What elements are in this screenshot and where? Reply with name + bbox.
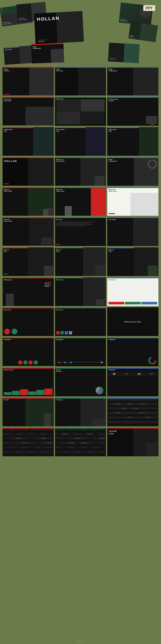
svg-point-3 <box>150 359 154 362</box>
hero-card-4: HollanPortfolio <box>128 22 158 42</box>
ppt-badge: PPT <box>143 5 155 11</box>
thank-you-text: THANKYOU <box>109 430 117 435</box>
slide-row-11: Business result SimplePie chart <box>3 368 158 396</box>
slide-thumb-collab-b: HollanCollaboration <box>107 157 158 186</box>
slide-thumb-service-3: Our service <box>3 307 54 336</box>
hero-area: History ofHollan studio How startHollan … <box>3 3 158 65</box>
slide-thumb-when-b: When startHollan studio <box>107 187 158 216</box>
slide-thumb-team-3: Meet ourteam <box>107 247 158 276</box>
slide-row-5: History ofHollan studio Who startHollan … <box>3 187 158 216</box>
hero-card-hollan: HOLLAN when start Hollan studio <box>34 11 84 44</box>
slide-thumb-service-2: Our service <box>107 277 158 306</box>
slide-row-2: The best artFrom maker Gallery layout De… <box>3 97 158 125</box>
hero-card-6: HollanCollaboration <box>31 43 64 63</box>
slide-thumb-portfolio: HollanPortfolio <box>3 67 54 95</box>
slide-thumb-icons-1 <box>107 398 158 426</box>
slide-thumb-maker: The best artFrom maker <box>3 97 54 125</box>
slide-thumb-how: How startHollan studio <box>3 217 54 246</box>
slide-thumb-desktop: Desktop mediamockup <box>107 97 158 125</box>
slide-thumb-welcome-b: Welcome toHollan Studio <box>55 157 106 186</box>
slide-thumb-icons-2 <box>3 428 54 456</box>
page-wrapper: PPT History ofHollan studio How startHol… <box>0 0 161 460</box>
slide-thumb-collab: HollanCollaboration <box>107 67 158 95</box>
slide-thumb-infographic-2: Infographic <box>55 337 106 366</box>
slide-thumb-founder: Founder <box>3 398 54 426</box>
slide-row-13: THANKYOU <box>3 428 158 456</box>
slide-row-4: HOLLAN Welcome toHollan Studio HollanCol… <box>3 157 158 186</box>
slide-thumb-breakslide: BREAKSLIDE BREAKSLIDE <box>107 307 158 336</box>
slide-thumb-bestworks: HollanBest works <box>55 67 106 95</box>
slide-row-10: Infographic Infographic Infogra <box>3 337 158 366</box>
watermark: gfxc.com <box>77 641 84 643</box>
slide-thumb-laptop: Laptop deviceslide <box>3 127 54 156</box>
hero-card-5: Our mission <box>4 45 33 65</box>
slide-thumb-pie: SimplePie chart <box>55 368 106 396</box>
slide-row-3: Laptop deviceslide Phone deviceslide Tab… <box>3 127 158 156</box>
slide-thumb-team-2: Meet ourteam <box>55 247 106 276</box>
slide-thumb-team-1: Meet ourteam <box>3 247 54 276</box>
slide-thumb-service-1: Our service <box>55 277 106 306</box>
hero-card-7: when startHollan studio <box>108 43 140 63</box>
slide-thumb-tablet: Tablet deviceslide <box>107 127 158 156</box>
slide-row-8: Hollan expert Our service Our service <box>3 277 158 306</box>
slide-thumb-expert: Hollan expert <box>3 277 54 306</box>
slide-thumb-thankyou: THANKYOU <box>107 428 158 456</box>
slide-thumb-infographic-1: Infographic <box>3 337 54 366</box>
slide-row-6: How startHollan studio Our vision Our mi… <box>3 217 158 246</box>
slide-row-1: HollanPortfolio HollanBest works HollanC… <box>3 67 158 95</box>
slide-thumb-who: Who startHollan studio <box>55 187 106 216</box>
slide-thumb-hollan-b: HOLLAN <box>3 157 54 186</box>
slide-thumb-icons-3 <box>55 428 106 456</box>
slide-thumb-vision: Our vision <box>55 217 106 246</box>
slide-thumb-dashboard: Dashboard 20 45 10 55 <box>107 368 158 396</box>
slide-row-7: Meet ourteam Meet ourteam Meet ourteam <box>3 247 158 276</box>
slide-row-9: Our service Our service BREAKSLIDE BREAK… <box>3 307 158 336</box>
slide-thumb-mission: Our mission <box>107 217 158 246</box>
slide-thumb-service-4: Our service <box>55 307 106 336</box>
slide-thumb-phone: Phone deviceslide <box>55 127 106 156</box>
slide-thumb-business: Business result <box>3 368 54 396</box>
slide-thumb-contact: Contact us <box>55 398 106 426</box>
slide-thumb-history: History ofHollan studio <box>3 187 54 216</box>
slide-thumb-gallery: Gallery layout <box>55 97 106 125</box>
slide-thumb-infographic-3: Infographic <box>107 337 158 366</box>
slide-row-12: Founder Contact us <box>3 398 158 426</box>
